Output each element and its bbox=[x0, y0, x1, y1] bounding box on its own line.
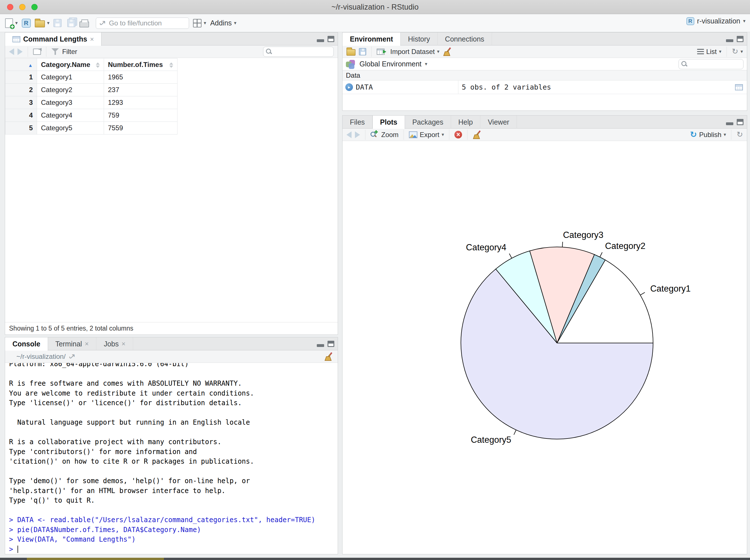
environment-search-input[interactable] bbox=[689, 60, 741, 68]
print-button[interactable] bbox=[79, 19, 89, 27]
column-header-number-of-times[interactable]: Number.of.Times bbox=[104, 59, 177, 71]
save-workspace-icon[interactable] bbox=[359, 48, 366, 55]
cell-category-name[interactable]: Category3 bbox=[37, 96, 104, 109]
expand-object-icon[interactable]: ▶ bbox=[345, 83, 353, 91]
open-in-new-window-icon[interactable] bbox=[33, 48, 41, 55]
tab-history[interactable]: History bbox=[401, 33, 438, 45]
import-dataset-button[interactable]: Import Dataset ▾ bbox=[377, 48, 439, 56]
view-table-icon[interactable] bbox=[735, 84, 743, 91]
refresh-environment-button[interactable]: ↻ ▾ bbox=[732, 48, 743, 55]
pane-layout-button[interactable]: ▾ bbox=[193, 19, 206, 27]
close-tab-icon[interactable]: × bbox=[85, 340, 89, 348]
tab-console[interactable]: Console bbox=[5, 337, 48, 351]
next-plot-icon[interactable] bbox=[355, 132, 360, 138]
cell-number-of-times[interactable]: 1965 bbox=[104, 71, 177, 84]
goto-file-function-box[interactable]: ↪ bbox=[96, 18, 189, 29]
row-number-header[interactable]: ▲ bbox=[5, 59, 37, 71]
publish-button[interactable]: ↻ Publish ▾ bbox=[690, 131, 726, 139]
project-menu-button[interactable]: R r-visualization ▾ bbox=[686, 17, 746, 25]
table-row[interactable]: 3Category31293 bbox=[5, 96, 177, 109]
chevron-down-icon[interactable]: ▾ bbox=[47, 21, 50, 25]
minimize-pane-icon[interactable] bbox=[726, 122, 733, 125]
tab-jobs[interactable]: Jobs × bbox=[96, 337, 133, 351]
previous-plot-icon[interactable] bbox=[347, 132, 352, 138]
maximize-pane-icon[interactable] bbox=[737, 36, 744, 42]
chevron-down-icon[interactable]: ▾ bbox=[204, 21, 206, 25]
tab-viewer[interactable]: Viewer bbox=[480, 116, 517, 128]
minimize-pane-icon[interactable] bbox=[317, 39, 324, 42]
table-row[interactable]: 5Category57559 bbox=[5, 122, 177, 135]
environment-scope-label[interactable]: Global Environment bbox=[359, 60, 422, 68]
row-number[interactable]: 4 bbox=[5, 109, 37, 122]
row-number[interactable]: 5 bbox=[5, 122, 37, 135]
goto-directory-icon[interactable]: ↪ bbox=[67, 351, 77, 361]
tab-environment[interactable]: Environment bbox=[342, 33, 401, 46]
addins-button[interactable]: Addins ▾ bbox=[210, 19, 237, 27]
tab-help[interactable]: Help bbox=[451, 116, 480, 128]
console-output[interactable]: Platform: x86_64-apple-darwin15.6.0 (64-… bbox=[5, 363, 338, 554]
clear-environment-icon[interactable] bbox=[443, 47, 452, 57]
maximize-pane-icon[interactable] bbox=[737, 119, 744, 125]
viewer-search-box[interactable] bbox=[263, 47, 334, 57]
row-number[interactable]: 2 bbox=[5, 84, 37, 96]
pie-label-line bbox=[600, 252, 602, 257]
close-tab-icon[interactable]: × bbox=[90, 35, 94, 43]
maximize-pane-icon[interactable] bbox=[328, 36, 334, 42]
cell-number-of-times[interactable]: 7559 bbox=[104, 122, 177, 135]
row-number[interactable]: 1 bbox=[5, 71, 37, 84]
tab-files[interactable]: Files bbox=[342, 116, 372, 128]
tab-plots[interactable]: Plots bbox=[372, 116, 405, 129]
clear-console-icon[interactable] bbox=[324, 352, 334, 361]
tab-connections[interactable]: Connections bbox=[438, 33, 492, 45]
refresh-plot-icon[interactable]: ↻ bbox=[736, 131, 743, 138]
cell-category-name[interactable]: Category5 bbox=[37, 122, 104, 135]
filter-label[interactable]: Filter bbox=[62, 48, 77, 56]
save-all-button[interactable] bbox=[67, 19, 76, 27]
tab-command-lengths[interactable]: Command Lengths × bbox=[5, 33, 101, 46]
remove-plot-icon[interactable]: × bbox=[454, 131, 462, 138]
row-number[interactable]: 3 bbox=[5, 96, 37, 109]
cell-number-of-times[interactable]: 1293 bbox=[104, 96, 177, 109]
table-row[interactable]: 4Category4759 bbox=[5, 109, 177, 122]
cell-number-of-times[interactable]: 759 bbox=[104, 109, 177, 122]
list-view-button[interactable]: List ▾ bbox=[697, 48, 722, 56]
back-icon[interactable] bbox=[9, 48, 14, 55]
minimize-pane-icon[interactable] bbox=[317, 344, 324, 347]
zoom-plot-button[interactable]: Zoom bbox=[371, 131, 398, 139]
sort-toggle-icon[interactable] bbox=[169, 62, 173, 68]
tab-packages[interactable]: Packages bbox=[405, 116, 451, 128]
goto-file-function-input[interactable] bbox=[109, 19, 186, 27]
clear-all-plots-icon[interactable] bbox=[473, 130, 482, 140]
viewer-search-input[interactable] bbox=[274, 48, 331, 55]
cell-category-name[interactable]: Category2 bbox=[37, 84, 104, 96]
maximize-pane-icon[interactable] bbox=[328, 341, 334, 347]
sort-toggle-icon[interactable] bbox=[96, 62, 100, 68]
open-folder-icon bbox=[35, 20, 45, 27]
pie-label-category3: Category3 bbox=[563, 230, 603, 240]
open-file-button[interactable]: ▾ bbox=[35, 19, 50, 27]
table-row[interactable]: 1Category11965 bbox=[5, 71, 177, 84]
cell-number-of-times[interactable]: 237 bbox=[104, 84, 177, 96]
minimize-pane-icon[interactable] bbox=[726, 39, 733, 42]
environment-search-box[interactable] bbox=[678, 59, 744, 69]
chevron-down-icon[interactable]: ▾ bbox=[15, 21, 18, 25]
cell-category-name[interactable]: Category4 bbox=[37, 109, 104, 122]
goto-arrow-icon: ↪ bbox=[98, 18, 108, 28]
tab-terminal[interactable]: Terminal × bbox=[48, 337, 97, 351]
save-all-icon bbox=[67, 19, 76, 27]
close-tab-icon[interactable]: × bbox=[121, 340, 125, 348]
export-plot-button[interactable]: Export ▾ bbox=[409, 131, 444, 139]
cell-category-name[interactable]: Category1 bbox=[37, 71, 104, 84]
new-file-button[interactable]: ▾ bbox=[5, 18, 18, 28]
table-row[interactable]: 2Category2237 bbox=[5, 84, 177, 96]
new-project-button[interactable]: R bbox=[22, 19, 31, 28]
window-title: ~/r-visualization - RStudio bbox=[0, 0, 750, 14]
column-header-category-name[interactable]: Category.Name bbox=[37, 59, 104, 71]
save-button[interactable] bbox=[54, 19, 62, 27]
forward-icon[interactable] bbox=[18, 48, 23, 55]
filter-icon[interactable] bbox=[52, 48, 59, 55]
chevron-down-icon[interactable]: ▾ bbox=[425, 62, 428, 66]
pie-label-line bbox=[640, 293, 645, 295]
load-workspace-icon[interactable] bbox=[347, 49, 355, 56]
environment-object-row[interactable]: ▶ DATA 5 obs. of 2 variables bbox=[342, 81, 747, 94]
